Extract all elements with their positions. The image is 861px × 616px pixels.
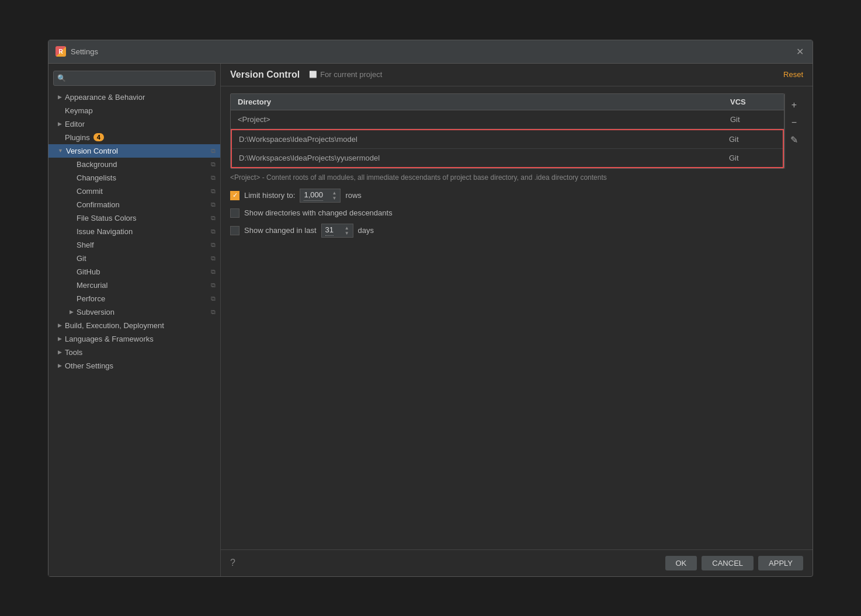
sidebar-item-label: Version Control xyxy=(66,147,118,155)
sidebar-item-label: Confirmation xyxy=(77,200,120,209)
spin-arrows[interactable]: ▲ ▼ xyxy=(332,190,337,201)
limit-history-suffix: rows xyxy=(345,191,361,200)
table-row[interactable]: D:\Workspaces\IdeaProjects\model Git xyxy=(232,130,783,149)
arrow-icon: ▶ xyxy=(58,363,62,368)
sidebar-nav: ▶Appearance & Behavior▶Keymap▶Editor▶Plu… xyxy=(48,91,220,373)
vcs-table: Directory VCS <Project> Git D:\Workspace… xyxy=(230,93,784,169)
show-directories-checkbox[interactable] xyxy=(230,208,239,218)
remove-button[interactable]: − xyxy=(787,116,801,130)
sidebar-item-mercurial[interactable]: ▶Mercurial⧉ xyxy=(48,279,220,292)
cancel-button[interactable]: CANCEL xyxy=(702,556,754,570)
sidebar-item-shelf[interactable]: ▶Shelf⧉ xyxy=(48,238,220,252)
side-buttons: + − ✎ xyxy=(784,93,803,169)
sidebar-item-label: Appearance & Behavior xyxy=(65,93,145,102)
sidebar-item-label: Commit xyxy=(77,187,103,196)
sidebar-item-issue-navigation[interactable]: ▶Issue Navigation⧉ xyxy=(48,225,220,238)
sidebar-item-label: File Status Colors xyxy=(77,214,137,222)
sidebar-item-label: Other Settings xyxy=(65,361,113,370)
show-changed-label-after: days xyxy=(358,226,374,235)
sidebar-item-label: GitHub xyxy=(77,267,100,276)
sidebar-item-changelists[interactable]: ▶Changelists⧉ xyxy=(48,171,220,185)
copy-icon: ⧉ xyxy=(211,174,216,182)
sidebar-item-confirmation[interactable]: ▶Confirmation⧉ xyxy=(48,198,220,211)
sidebar-item-background[interactable]: ▶Background⧉ xyxy=(48,158,220,171)
sidebar-item-languages[interactable]: ▶Languages & Frameworks xyxy=(48,332,220,346)
sidebar-item-label: Keymap xyxy=(65,106,93,115)
sidebar-item-label: Languages & Frameworks xyxy=(65,335,154,343)
search-box[interactable]: 🔍 xyxy=(53,71,216,86)
sidebar-item-keymap[interactable]: ▶Keymap xyxy=(48,104,220,117)
limit-history-input[interactable]: 1,000 ▲ ▼ xyxy=(300,189,341,203)
sidebar-item-label: Build, Execution, Deployment xyxy=(65,321,164,330)
selected-rows-group: D:\Workspaces\IdeaProjects\model Git D:\… xyxy=(231,129,784,168)
settings-dialog: R Settings ✕ 🔍 ▶Appearance & Behavior▶Ke… xyxy=(48,40,813,577)
sidebar-item-github[interactable]: ▶GitHub⧉ xyxy=(48,265,220,279)
limit-history-row: Limit history to: 1,000 ▲ ▼ rows xyxy=(230,189,803,203)
main-body: Directory VCS <Project> Git D:\Workspace… xyxy=(221,86,813,549)
badge: 4 xyxy=(93,133,104,141)
limit-history-checkbox[interactable] xyxy=(230,191,239,200)
sidebar-item-plugins[interactable]: ▶Plugins4 xyxy=(48,131,220,144)
help-button[interactable]: ? xyxy=(230,558,235,568)
apply-button[interactable]: APPLY xyxy=(758,556,803,570)
copy-icon: ⧉ xyxy=(211,214,216,222)
close-button[interactable]: ✕ xyxy=(794,46,806,57)
copy-icon: ⧉ xyxy=(211,228,216,235)
copy-icon: ⧉ xyxy=(211,201,216,208)
sidebar-item-label: Tools xyxy=(65,348,82,357)
reset-button[interactable]: Reset xyxy=(783,70,803,79)
sidebar-item-label: Issue Navigation xyxy=(77,227,133,236)
footer: ? OK CANCEL APPLY xyxy=(221,549,813,576)
sidebar-item-file-status-colors[interactable]: ▶File Status Colors⧉ xyxy=(48,211,220,225)
main-header: Version Control ⬜ For current project Re… xyxy=(221,64,813,86)
show-directories-row: Show directories with changed descendant… xyxy=(230,208,803,218)
arrow-icon: ▶ xyxy=(58,322,62,328)
show-changed-row: Show changed in last 31 ▲ ▼ days xyxy=(230,224,803,238)
col-vcs-header: VCS xyxy=(730,98,777,106)
sidebar-item-git[interactable]: ▶Git⧉ xyxy=(48,252,220,265)
copy-icon: ⧉ xyxy=(211,241,216,249)
add-button[interactable]: + xyxy=(787,98,801,112)
sidebar-item-label: Git xyxy=(77,254,86,263)
cell-vcs: Git xyxy=(729,135,776,144)
sidebar-item-label: Subversion xyxy=(77,308,114,316)
sidebar-item-tools[interactable]: ▶Tools xyxy=(48,346,220,359)
show-directories-label: Show directories with changed descendant… xyxy=(244,208,393,217)
show-changed-label-before: Show changed in last xyxy=(244,226,317,235)
sidebar-item-label: Background xyxy=(77,160,117,169)
dialog-title: Settings xyxy=(71,47,794,56)
limit-history-label: Limit history to: xyxy=(244,191,295,200)
app-icon: R xyxy=(55,46,66,57)
panel-title: Version Control xyxy=(230,69,300,80)
title-bar: R Settings ✕ xyxy=(48,40,813,64)
limit-history-value: 1,000 xyxy=(304,190,323,201)
sidebar-item-other-settings[interactable]: ▶Other Settings xyxy=(48,359,220,373)
sidebar-item-commit[interactable]: ▶Commit⧉ xyxy=(48,185,220,198)
sidebar-item-label: Changelists xyxy=(77,173,116,182)
arrow-icon: ▶ xyxy=(58,336,62,342)
copy-icon: ⧉ xyxy=(211,147,216,155)
arrow-icon: ▶ xyxy=(70,309,74,315)
sidebar-item-subversion[interactable]: ▶Subversion⧉ xyxy=(48,305,220,319)
show-changed-input[interactable]: 31 ▲ ▼ xyxy=(321,224,353,238)
ok-button[interactable]: OK xyxy=(665,556,697,570)
sidebar-item-build[interactable]: ▶Build, Execution, Deployment xyxy=(48,319,220,332)
edit-button[interactable]: ✎ xyxy=(787,133,801,147)
table-row[interactable]: D:\Workspaces\IdeaProjects\yyusermodel G… xyxy=(232,149,783,167)
cell-directory: D:\Workspaces\IdeaProjects\model xyxy=(239,135,729,144)
copy-icon: ⧉ xyxy=(211,308,216,316)
table-row[interactable]: <Project> Git xyxy=(231,110,784,129)
sidebar-item-version-control[interactable]: ▼Version Control⧉ xyxy=(48,144,220,158)
sidebar-item-label: Shelf xyxy=(77,241,94,249)
sidebar-item-appearance[interactable]: ▶Appearance & Behavior xyxy=(48,91,220,104)
arrow-icon: ▶ xyxy=(58,94,62,100)
sidebar-item-perforce[interactable]: ▶Perforce⧉ xyxy=(48,292,220,305)
spin-arrows-2[interactable]: ▲ ▼ xyxy=(345,225,349,236)
col-directory-header: Directory xyxy=(238,98,730,106)
sidebar-item-label: Plugins xyxy=(65,133,90,142)
show-changed-checkbox[interactable] xyxy=(230,226,239,235)
sidebar-item-label: Editor xyxy=(65,120,85,128)
sidebar-item-label: Perforce xyxy=(77,294,105,303)
info-text: <Project> - Content roots of all modules… xyxy=(230,173,803,182)
sidebar-item-editor[interactable]: ▶Editor xyxy=(48,117,220,131)
